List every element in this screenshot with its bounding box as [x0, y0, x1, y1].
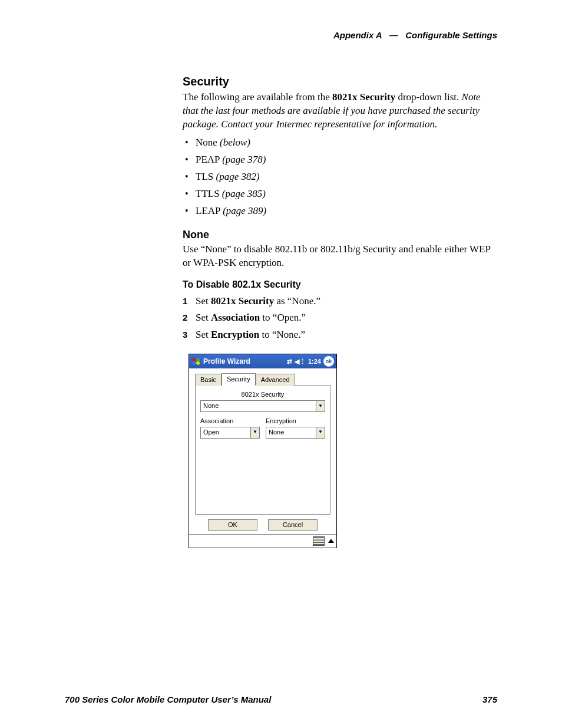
soft-key-bar	[189, 534, 336, 548]
header-sep: —	[389, 30, 398, 40]
combo-value: None	[201, 401, 316, 411]
appendix-title: Configurable Settings	[405, 30, 497, 40]
item-ref: (below)	[220, 137, 250, 148]
item-name: TTLS	[196, 188, 220, 199]
manual-title: 700 Series Color Mobile Computer User’s …	[65, 694, 271, 706]
intro-pre: The following are available from the	[183, 91, 332, 103]
chevron-down-icon: ▼	[250, 427, 259, 438]
button-row: OK Cancel	[195, 519, 330, 531]
windows-flag-icon	[191, 357, 201, 365]
titlebar: Profile Wizard ⇄ ◀⋮ 1:24 ok	[189, 354, 336, 368]
step-post: as “None.”	[274, 295, 320, 307]
ok-close-button[interactable]: ok	[323, 356, 334, 367]
security-intro: The following are available from the 802…	[183, 91, 497, 131]
item-ref: (page 378)	[222, 154, 266, 165]
intro-mid: drop-down list.	[395, 91, 461, 103]
combo-value: Open	[201, 427, 250, 438]
clock-text: 1:24	[308, 357, 321, 366]
keyboard-icon[interactable]	[313, 536, 325, 546]
up-arrow-icon[interactable]	[328, 539, 334, 543]
list-item: TTLS (page 385)	[183, 187, 497, 201]
screenshot-profile-wizard: Profile Wizard ⇄ ◀⋮ 1:24 ok Basic Securi…	[189, 354, 337, 548]
list-item: PEAP (page 378)	[183, 153, 497, 167]
cancel-button[interactable]: Cancel	[268, 519, 318, 531]
list-item: LEAP (page 389)	[183, 205, 497, 218]
step-item: Set 8021x Security as “None.”	[183, 295, 497, 308]
list-item: TLS (page 382)	[183, 170, 497, 184]
running-header: Appendix A — Configurable Settings	[65, 29, 497, 41]
item-name: PEAP	[196, 154, 220, 165]
tabs: Basic Security Advanced	[195, 373, 330, 386]
ok-button[interactable]: OK	[208, 519, 257, 531]
window-title: Profile Wizard	[203, 357, 250, 366]
step-post: to “Open.”	[260, 312, 306, 323]
combo-8021x-security[interactable]: None ▼	[200, 400, 325, 412]
item-ref: (page 382)	[216, 171, 259, 182]
speaker-icon: ◀⋮	[295, 357, 306, 366]
step-bold: 8021x Security	[211, 295, 274, 307]
combo-encryption[interactable]: None ▼	[266, 427, 325, 439]
tab-panel-security: 8021x Security None ▼ Association Open ▼	[195, 385, 330, 515]
item-name: TLS	[196, 171, 213, 182]
item-ref: (page 389)	[223, 205, 266, 216]
chevron-down-icon: ▼	[316, 427, 325, 438]
step-pre: Set	[196, 312, 211, 323]
label-8021x: 8021x Security	[200, 390, 325, 399]
step-bold: Association	[211, 312, 260, 323]
combo-value: None	[266, 427, 316, 438]
none-heading: None	[183, 228, 497, 242]
label-encryption: Encryption	[266, 417, 325, 426]
appendix-label: Appendix A	[333, 30, 382, 40]
task-heading: To Disable 802.1x Security	[183, 278, 497, 291]
security-methods-list: None (below) PEAP (page 378) TLS (page 3…	[183, 136, 497, 218]
security-heading: Security	[183, 74, 497, 90]
connectivity-icon: ⇄	[287, 357, 292, 366]
item-name: LEAP	[196, 205, 220, 216]
tab-advanced[interactable]: Advanced	[256, 374, 295, 386]
step-post: to “None.”	[259, 329, 305, 340]
status-icons: ⇄ ◀⋮ 1:24	[287, 357, 321, 366]
intro-bold: 8021x Security	[332, 91, 395, 103]
chevron-down-icon: ▼	[316, 401, 325, 411]
item-name: None	[196, 137, 217, 148]
none-paragraph: Use “None” to disable 802.11b or 802.11b…	[183, 243, 497, 270]
step-item: Set Encryption to “None.”	[183, 328, 497, 342]
step-bold: Encryption	[211, 329, 259, 340]
page-footer: 700 Series Color Mobile Computer User’s …	[65, 694, 497, 706]
step-pre: Set	[196, 329, 211, 340]
step-pre: Set	[196, 295, 211, 307]
steps-list: Set 8021x Security as “None.” Set Associ…	[183, 295, 497, 342]
tab-security[interactable]: Security	[222, 373, 256, 386]
tab-basic[interactable]: Basic	[195, 374, 222, 386]
list-item: None (below)	[183, 136, 497, 150]
item-ref: (page 385)	[222, 188, 266, 199]
label-association: Association	[200, 417, 260, 426]
step-item: Set Association to “Open.”	[183, 311, 497, 325]
combo-association[interactable]: Open ▼	[200, 427, 260, 439]
page-number: 375	[482, 694, 497, 706]
